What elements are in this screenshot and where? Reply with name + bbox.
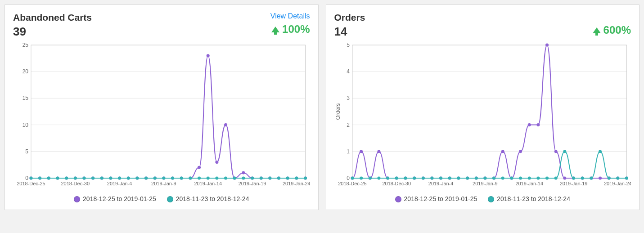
svg-text:2019-Jan-24: 2019-Jan-24: [604, 181, 631, 186]
svg-point-125: [527, 123, 531, 126]
svg-point-122: [501, 150, 504, 153]
svg-point-162: [572, 176, 575, 179]
svg-point-126: [536, 123, 540, 126]
svg-point-163: [581, 176, 584, 179]
svg-point-62: [118, 176, 121, 179]
svg-point-68: [171, 176, 174, 179]
svg-point-58: [82, 176, 86, 179]
svg-point-168: [625, 176, 628, 179]
svg-text:2019-Jan-9: 2019-Jan-9: [151, 181, 176, 186]
svg-point-67: [162, 176, 165, 179]
svg-text:2019-Jan-14: 2019-Jan-14: [194, 181, 222, 186]
svg-point-152: [483, 176, 486, 179]
svg-point-154: [501, 176, 504, 179]
svg-point-137: [351, 176, 354, 179]
svg-point-160: [554, 176, 557, 179]
svg-point-40: [207, 54, 210, 57]
svg-text:15: 15: [23, 95, 29, 101]
svg-text:2018-Dec-30: 2018-Dec-30: [61, 181, 90, 186]
svg-point-61: [109, 176, 112, 179]
legend-item-a: 2018-12-25 to 2019-01-25: [74, 195, 156, 202]
svg-point-82: [295, 176, 298, 179]
svg-point-65: [144, 176, 148, 179]
legend-swatch-teal: [167, 196, 173, 202]
svg-point-151: [474, 176, 477, 179]
svg-point-147: [439, 176, 442, 179]
svg-point-66: [153, 176, 157, 179]
legend: 2018-12-25 to 2019-01-25 2018-11-23 to 2…: [13, 192, 310, 207]
svg-text:2018-Dec-30: 2018-Dec-30: [382, 181, 411, 186]
abandoned-carts-chart: 05101520252018-Dec-252018-Dec-302019-Jan…: [13, 39, 310, 192]
svg-text:4: 4: [347, 68, 350, 75]
svg-point-164: [590, 176, 593, 179]
svg-text:Orders: Orders: [334, 103, 341, 120]
svg-point-64: [135, 176, 139, 179]
svg-text:2019-Jan-4: 2019-Jan-4: [107, 181, 132, 186]
legend-item-b: 2018-11-23 to 2018-12-24: [167, 195, 249, 202]
orders-chart: 0123452018-Dec-252018-Dec-302019-Jan-420…: [334, 39, 631, 192]
svg-point-69: [180, 176, 183, 179]
svg-text:5: 5: [347, 42, 350, 48]
svg-point-143: [404, 176, 407, 179]
svg-point-39: [198, 166, 201, 169]
card-value: 39: [13, 25, 92, 39]
svg-point-63: [127, 176, 130, 179]
svg-text:20: 20: [23, 68, 29, 75]
svg-text:2018-Dec-25: 2018-Dec-25: [17, 181, 45, 186]
svg-text:1: 1: [347, 148, 350, 155]
svg-point-146: [430, 176, 433, 179]
svg-point-148: [448, 176, 451, 179]
arrow-up-icon: [593, 27, 601, 33]
svg-point-42: [224, 123, 227, 126]
legend-swatch-teal: [488, 196, 494, 202]
svg-point-157: [527, 176, 531, 179]
svg-point-41: [215, 161, 218, 164]
change-indicator: 100%: [270, 23, 310, 36]
svg-point-167: [616, 176, 619, 179]
svg-point-155: [510, 176, 513, 179]
change-indicator: 600%: [593, 24, 631, 36]
svg-point-165: [599, 150, 602, 153]
legend: 2018-12-25 to 2019-01-25 2018-11-23 to 2…: [334, 192, 631, 207]
svg-point-145: [421, 176, 424, 179]
svg-point-128: [554, 150, 557, 153]
card-title: Orders: [334, 12, 365, 23]
svg-text:25: 25: [23, 42, 29, 48]
card-value: 14: [334, 25, 365, 39]
card-title: Abandoned Carts: [13, 12, 92, 23]
svg-point-139: [368, 176, 371, 179]
svg-point-150: [466, 176, 469, 179]
card-header: Orders 14 600%: [334, 12, 631, 39]
svg-point-81: [286, 176, 289, 179]
svg-point-159: [545, 176, 549, 179]
svg-point-158: [536, 176, 540, 179]
svg-point-80: [277, 176, 280, 179]
svg-point-156: [519, 176, 522, 179]
svg-point-138: [360, 176, 363, 179]
card-header: Abandoned Carts 39 View Details 100%: [13, 12, 310, 39]
svg-point-60: [100, 176, 104, 179]
svg-text:2019-Jan-19: 2019-Jan-19: [239, 181, 266, 186]
svg-text:2019-Jan-24: 2019-Jan-24: [283, 181, 310, 186]
svg-point-108: [377, 150, 380, 153]
svg-text:2019-Jan-19: 2019-Jan-19: [559, 181, 587, 186]
svg-point-70: [189, 176, 192, 179]
svg-point-79: [268, 176, 271, 179]
svg-point-53: [38, 176, 41, 179]
svg-point-124: [519, 150, 522, 153]
view-details-link[interactable]: View Details: [270, 12, 310, 20]
svg-text:3: 3: [347, 95, 350, 101]
svg-text:0: 0: [347, 175, 350, 181]
svg-point-44: [242, 171, 245, 175]
svg-point-56: [65, 176, 68, 179]
svg-point-129: [563, 176, 566, 179]
svg-point-161: [563, 150, 566, 153]
svg-text:0: 0: [25, 175, 28, 181]
change-value: 600%: [603, 24, 631, 36]
orders-card: Orders 14 600% 0123452018-Dec-252018-Dec…: [326, 4, 640, 210]
svg-point-78: [260, 176, 263, 179]
svg-point-52: [29, 176, 32, 179]
svg-rect-96: [352, 45, 626, 178]
svg-point-75: [233, 176, 236, 179]
svg-text:2018-Dec-25: 2018-Dec-25: [338, 181, 367, 186]
